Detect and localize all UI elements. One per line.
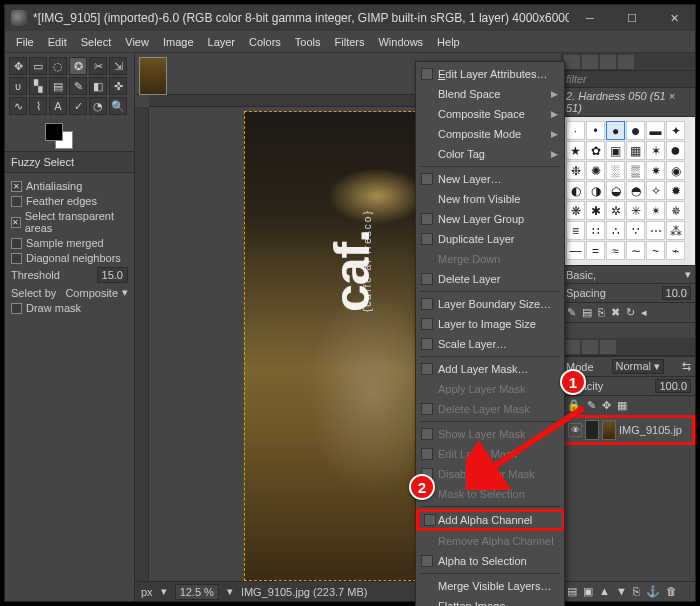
mi-edit-attrs[interactable]: EEdit Layer Attributes…dit Layer Attribu…: [416, 64, 564, 84]
layer-thumb[interactable]: [602, 420, 616, 440]
mi-new-from-visible[interactable]: New from Visible: [416, 189, 564, 209]
tab-paths[interactable]: [600, 340, 616, 354]
menu-view[interactable]: View: [118, 33, 156, 51]
chevron-down-icon[interactable]: ▾: [227, 585, 233, 598]
opt-select-by[interactable]: Select byComposite▾: [11, 286, 128, 299]
chevron-right-icon: ▶: [551, 107, 558, 121]
menu-tools[interactable]: Tools: [288, 33, 328, 51]
menu-colors[interactable]: Colors: [242, 33, 288, 51]
dup-layer-icon[interactable]: ⎘: [633, 585, 640, 598]
opt-feather[interactable]: Feather edges: [11, 195, 128, 207]
fg-color[interactable]: [45, 123, 63, 141]
trash-icon[interactable]: 🗑: [666, 585, 677, 598]
mi-new-group[interactable]: New Layer Group: [416, 209, 564, 229]
brush-spacing[interactable]: Spacing10.0: [562, 283, 695, 302]
mi-remove-alpha: Remove Alpha Channel: [416, 531, 564, 551]
menu-select[interactable]: Select: [74, 33, 119, 51]
group-icon[interactable]: ▣: [583, 585, 593, 598]
refresh-icon[interactable]: ↻: [626, 306, 635, 319]
tool-bucket[interactable]: ▚: [29, 77, 47, 95]
tab-history[interactable]: [618, 55, 634, 69]
menu-help[interactable]: Help: [430, 33, 467, 51]
layer-name[interactable]: IMG_9105.jp: [619, 424, 682, 436]
mi-color-tag[interactable]: Color Tag▶: [416, 144, 564, 164]
mi-merge-visible[interactable]: Merge Visible Layers…: [416, 576, 564, 596]
mi-flatten[interactable]: Flatten Image: [416, 596, 564, 606]
tab-patterns[interactable]: [582, 55, 598, 69]
chevron-down-icon[interactable]: ▾: [685, 268, 691, 281]
mi-composite-mode[interactable]: Composite Mode▶: [416, 124, 564, 144]
titlebar: *[IMG_9105] (imported)-6.0 (RGB color 8-…: [5, 5, 695, 31]
tool-warp[interactable]: υ: [9, 77, 27, 95]
minimize-button[interactable]: ─: [569, 5, 611, 31]
down-icon[interactable]: ▼: [616, 585, 627, 598]
tab-brushes[interactable]: [564, 55, 580, 69]
del-icon[interactable]: ✖: [611, 306, 620, 319]
menu-image[interactable]: Image: [156, 33, 201, 51]
tool-text[interactable]: A: [49, 97, 67, 115]
opt-threshold[interactable]: Threshold15.0: [11, 267, 128, 283]
close-button[interactable]: ✕: [653, 5, 695, 31]
opt-sample-merged[interactable]: Sample merged: [11, 237, 128, 249]
mi-scale[interactable]: Scale Layer…: [416, 334, 564, 354]
maximize-button[interactable]: ☐: [611, 5, 653, 31]
status-zoom[interactable]: 12.5 %: [175, 584, 219, 600]
tool-path[interactable]: ⌇: [29, 97, 47, 115]
up-icon[interactable]: ▲: [599, 585, 610, 598]
mi-composite-space[interactable]: Composite Space▶: [416, 104, 564, 124]
menu-icon[interactable]: ◂: [641, 306, 647, 319]
tool-rect-select[interactable]: ▭: [29, 57, 47, 75]
menu-filters[interactable]: Filters: [328, 33, 372, 51]
dup-icon[interactable]: ⎘: [598, 306, 605, 319]
tool-clone[interactable]: ✜: [109, 77, 127, 95]
tool-crop[interactable]: ✂: [89, 57, 107, 75]
tab-layers[interactable]: [564, 340, 580, 354]
chevron-icon[interactable]: ⇆: [682, 360, 691, 373]
ruler-vertical[interactable]: [135, 107, 149, 581]
tool-transform[interactable]: ⇲: [109, 57, 127, 75]
lock-alpha-icon[interactable]: ▦: [617, 399, 627, 412]
brush-filter[interactable]: filter: [562, 71, 695, 88]
chevron-down-icon[interactable]: ▾: [122, 286, 128, 299]
tool-measure[interactable]: ◔: [89, 97, 107, 115]
opt-diagonal[interactable]: Diagonal neighbors: [11, 252, 128, 264]
mi-duplicate[interactable]: Duplicate Layer: [416, 229, 564, 249]
tool-eraser[interactable]: ◧: [89, 77, 107, 95]
new-layer-icon[interactable]: ▤: [567, 585, 577, 598]
brush-grid[interactable]: ·•●●▬✦ ★✿▣▦✶● ❉✺░▒✷◉ ◐◑◒◓✧✹ ❋✱✲✳✴✵ ≡∷∴∵⋯…: [562, 117, 695, 265]
brush-preset-row[interactable]: Basic,▾: [562, 265, 695, 283]
opt-select-transparent[interactable]: ✕Select transparent areas: [11, 210, 128, 234]
chevron-down-icon[interactable]: ▾: [161, 585, 167, 598]
menu-windows[interactable]: Windows: [371, 33, 430, 51]
tool-smudge[interactable]: ∿: [9, 97, 27, 115]
mi-add-mask[interactable]: Add Layer Mask…: [416, 359, 564, 379]
status-unit[interactable]: px: [141, 586, 153, 598]
tool-paintbrush[interactable]: ✎: [69, 77, 87, 95]
tool-fuzzy-select[interactable]: ✪: [69, 57, 87, 75]
new-icon[interactable]: ▤: [582, 306, 592, 319]
tool-picker[interactable]: ✓: [69, 97, 87, 115]
menu-edit[interactable]: Edit: [41, 33, 74, 51]
color-swatches[interactable]: [5, 119, 134, 151]
mi-delete[interactable]: Delete Layer: [416, 269, 564, 289]
mi-blend-space[interactable]: Blend Space▶: [416, 84, 564, 104]
image-tab-thumb[interactable]: [139, 57, 167, 95]
tool-move[interactable]: ✥: [9, 57, 27, 75]
mi-boundary[interactable]: Layer Boundary Size…: [416, 294, 564, 314]
tool-zoom[interactable]: 🔍: [109, 97, 127, 115]
mi-alpha-to-sel[interactable]: Alpha to Selection: [416, 551, 564, 571]
anchor-icon[interactable]: ⚓: [646, 585, 660, 598]
tab-channels[interactable]: [582, 340, 598, 354]
mi-new-layer[interactable]: New Layer…: [416, 169, 564, 189]
lock-move-icon[interactable]: ✥: [602, 399, 611, 412]
menu-file[interactable]: File: [9, 33, 41, 51]
mi-add-alpha-highlighted[interactable]: Add Alpha Channel: [416, 509, 564, 531]
tool-free-select[interactable]: ◌: [49, 57, 67, 75]
edit-icon[interactable]: ✎: [567, 306, 576, 319]
menu-layer[interactable]: Layer: [201, 33, 243, 51]
opt-antialias[interactable]: ✕Antialiasing: [11, 180, 128, 192]
tab-fonts[interactable]: [600, 55, 616, 69]
tool-gradient[interactable]: ▤: [49, 77, 67, 95]
opt-draw-mask[interactable]: Draw mask: [11, 302, 128, 314]
mi-to-image[interactable]: Layer to Image Size: [416, 314, 564, 334]
